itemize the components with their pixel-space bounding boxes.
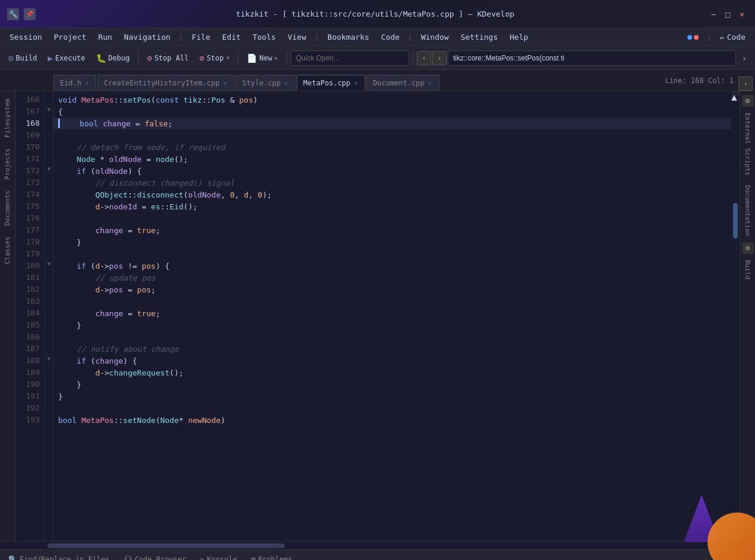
sidebar-tab-projects[interactable]: Projects xyxy=(1,144,14,184)
code-shortcut-button[interactable]: ✏️ Code xyxy=(715,31,750,43)
menu-window[interactable]: Window xyxy=(416,31,454,43)
more-button[interactable]: › xyxy=(737,51,751,65)
pin-icon[interactable]: 📌 xyxy=(24,8,36,20)
code-line-174: QObject :: disconnect ( oldNode , 0 , d … xyxy=(53,189,731,201)
menu-code[interactable]: Code xyxy=(377,31,404,43)
scroll-thumb[interactable] xyxy=(733,203,738,238)
code-line-191: } xyxy=(53,390,731,402)
code-editor[interactable]: void MetaPos :: setPos ( const tikz :: P… xyxy=(53,91,731,541)
menu-view[interactable]: View xyxy=(283,31,311,43)
right-tab-build[interactable]: Build xyxy=(741,255,754,284)
address-bar[interactable] xyxy=(448,50,736,66)
maximize-button[interactable]: □ xyxy=(722,8,734,20)
konsole-button[interactable]: ▶ Konsole xyxy=(197,554,241,561)
right-tab-documentation[interactable]: Documentation xyxy=(741,180,754,241)
stop-label: Stop xyxy=(206,54,224,62)
code-line-167: { xyxy=(53,106,731,117)
tab-close-create-entity[interactable]: × xyxy=(222,79,228,87)
tab-label: MetaPos.cpp xyxy=(303,79,350,87)
tab-close-metapos-cpp[interactable]: × xyxy=(353,79,359,87)
code-btn-label: Code xyxy=(727,33,746,42)
code-line-192 xyxy=(53,402,731,414)
menu-bookmarks[interactable]: Bookmarks xyxy=(323,31,374,43)
menu-separator-3: | xyxy=(407,33,414,42)
tab-close-eid-h[interactable]: × xyxy=(84,79,90,87)
right-sidebar-button-1[interactable]: ⊞ xyxy=(742,95,754,107)
syntax-function: setPos xyxy=(123,96,151,104)
code-line-189: d -> changeRequest (); xyxy=(53,367,731,378)
menu-tools[interactable]: Tools xyxy=(248,31,281,43)
fold-174 xyxy=(45,186,53,198)
tab-style-cpp[interactable]: Style.cpp × xyxy=(235,75,295,91)
minimize-button[interactable]: − xyxy=(708,8,719,20)
sidebar-tab-documents[interactable]: Documents xyxy=(1,186,14,231)
code-line-188: if ( change ) { xyxy=(53,355,731,367)
code-line-179 xyxy=(53,248,731,260)
menu-navigation[interactable]: Navigation xyxy=(119,31,175,43)
menu-help[interactable]: Help xyxy=(505,31,533,43)
code-line-182: d -> pos = pos ; xyxy=(53,284,731,295)
fold-187 xyxy=(45,341,53,352)
line-num-182: 182 xyxy=(18,284,40,295)
line-num-174: 174 xyxy=(18,189,40,201)
nav-forward-button[interactable]: › xyxy=(432,51,447,65)
horizontal-scrollbar[interactable] xyxy=(0,541,755,549)
right-sidebar-gear[interactable]: ⚙ xyxy=(742,242,754,254)
new-label: New xyxy=(259,54,272,62)
tab-document-cpp[interactable]: Document.cpp × xyxy=(367,75,439,91)
quick-open-input[interactable] xyxy=(291,50,409,66)
tab-create-entity[interactable]: CreateEntityHistoryItem.cpp × xyxy=(97,75,234,91)
stop-icon: ⊘ xyxy=(199,53,204,63)
fold-167[interactable]: ▼ xyxy=(45,103,53,115)
menu-edit[interactable]: Edit xyxy=(218,31,246,43)
tab-close-document-cpp[interactable]: × xyxy=(427,79,433,87)
scroll-track[interactable] xyxy=(731,240,740,536)
build-button[interactable]: ⚙ Build xyxy=(4,51,42,65)
new-button[interactable]: 📄 New ▶ xyxy=(242,51,283,65)
fold-193 xyxy=(45,412,53,424)
fold-188[interactable]: ▼ xyxy=(45,352,53,364)
h-scroll-thumb[interactable] xyxy=(47,543,285,548)
debug-icon: 🐛 xyxy=(96,53,106,63)
tab-eid-h[interactable]: Eid.h × xyxy=(53,75,96,91)
find-replace-button[interactable]: 🔍 Find/Replace in Files xyxy=(5,554,113,561)
tab-metapos-cpp[interactable]: MetaPos.cpp × xyxy=(297,75,365,91)
tab-close-style-cpp[interactable]: × xyxy=(283,79,289,87)
build-icon: ⚙ xyxy=(8,53,13,63)
right-tab-external-scripts[interactable]: External Scripts xyxy=(741,108,754,180)
close-button[interactable]: × xyxy=(736,8,748,20)
fold-166 xyxy=(45,91,53,103)
menu-file[interactable]: File xyxy=(187,31,215,43)
fold-180[interactable]: ▼ xyxy=(45,257,53,269)
debug-label: Debug xyxy=(109,54,130,62)
menu-project[interactable]: Project xyxy=(49,31,91,43)
vertical-scrollbar[interactable]: ▲ ▼ xyxy=(731,91,740,541)
debug-button[interactable]: 🐛 Debug xyxy=(91,51,135,65)
line-num-176: 176 xyxy=(18,212,40,224)
execute-icon: ▶ xyxy=(48,53,53,63)
fold-182 xyxy=(45,281,53,293)
code-line-168: bool change = false ; xyxy=(53,117,731,129)
stop-button[interactable]: ⊘ Stop ▼ xyxy=(195,51,234,65)
scroll-bottom[interactable]: ▼ xyxy=(731,536,740,541)
build-label: Build xyxy=(15,54,37,62)
fold-177 xyxy=(45,222,53,234)
line-num-183: 183 xyxy=(18,295,40,307)
menu-session[interactable]: Session xyxy=(5,31,47,43)
menu-run[interactable]: Run xyxy=(94,31,117,43)
stop-all-button[interactable]: ⊘ Stop All xyxy=(142,51,193,65)
sidebar-tab-filesystem[interactable]: Filesystem xyxy=(1,94,14,142)
tabs-scroll-right[interactable]: › xyxy=(738,77,753,91)
line-numbers: 166 167 168 169 170 171 172 173 174 175 … xyxy=(15,91,45,541)
dot-green xyxy=(687,35,692,40)
problems-button[interactable]: ⊠ Problems xyxy=(248,554,296,561)
scroll-top[interactable]: ▲ xyxy=(731,91,740,96)
fold-172[interactable]: ▼ xyxy=(45,163,53,174)
nav-back-button[interactable]: ‹ xyxy=(417,51,431,65)
window-controls: − □ × xyxy=(708,8,748,20)
menu-settings[interactable]: Settings xyxy=(456,31,503,43)
sidebar-tab-classes[interactable]: Classes xyxy=(1,232,14,269)
code-browser-button[interactable]: {} Code Browser xyxy=(120,554,190,561)
execute-button[interactable]: ▶ Execute xyxy=(43,51,90,65)
code-line-186 xyxy=(53,331,731,343)
